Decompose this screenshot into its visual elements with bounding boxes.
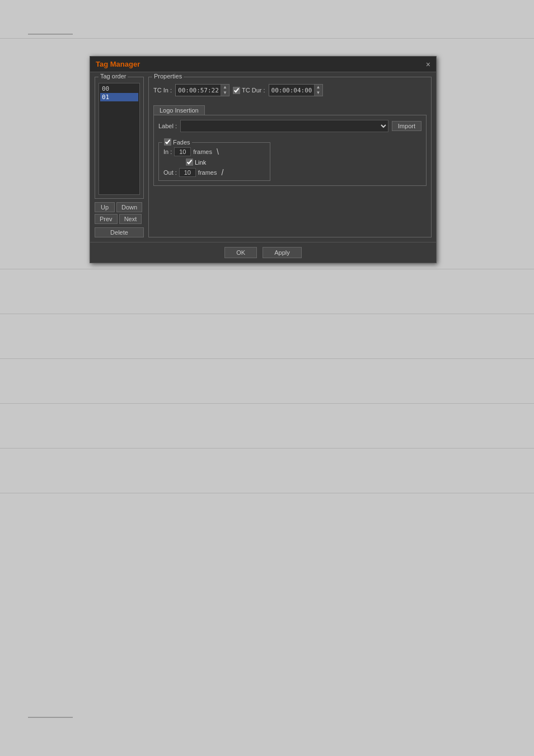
tc-in-down-btn[interactable]: ▼ bbox=[221, 90, 229, 96]
label-field-label: Label : bbox=[158, 123, 177, 129]
fades-in-backslash: \ bbox=[217, 147, 219, 156]
tc-dur-down-btn[interactable]: ▼ bbox=[315, 90, 322, 96]
tag-list: 00 01 bbox=[99, 83, 140, 195]
link-checkbox[interactable] bbox=[186, 158, 193, 166]
tc-dur-spinner: ▲ ▼ bbox=[314, 85, 322, 96]
tc-in-up-btn[interactable]: ▲ bbox=[221, 85, 229, 90]
delete-button[interactable]: Delete bbox=[95, 227, 144, 237]
fades-fieldset: Fades In : frames \ bbox=[158, 142, 270, 181]
label-dropdown[interactable] bbox=[180, 120, 388, 132]
close-button[interactable]: × bbox=[426, 60, 430, 68]
tc-in-input-group: ▲ ▼ bbox=[175, 84, 229, 96]
tc-dur-input-group: ▲ ▼ bbox=[269, 84, 323, 96]
fades-out-unit: frames bbox=[198, 169, 217, 176]
tag-order-legend: Tag order bbox=[99, 73, 128, 80]
list-item[interactable]: 01 bbox=[100, 93, 138, 101]
import-button[interactable]: Import bbox=[392, 121, 421, 131]
fades-in-label: In : bbox=[163, 148, 172, 155]
tab-content: Label : Import bbox=[153, 115, 427, 186]
tag-controls: Up Down Prev Next Delete bbox=[95, 202, 144, 237]
label-row: Label : Import bbox=[158, 120, 421, 132]
logo-insertion-area: Logo Insertion Label : Import bbox=[153, 101, 427, 186]
logo-insertion-tab[interactable]: Logo Insertion bbox=[153, 105, 205, 115]
properties-fieldset: Properties TC In : ▲ ▼ bbox=[148, 77, 432, 237]
fades-in-input[interactable] bbox=[174, 147, 191, 156]
tc-in-label: TC In : bbox=[153, 87, 172, 94]
tag-order-panel: Tag order 00 01 Up Down Prev Next Delete bbox=[95, 77, 144, 237]
fades-legend: Fades bbox=[162, 138, 192, 146]
link-label: Link bbox=[195, 159, 206, 166]
fades-out-label: Out : bbox=[163, 169, 177, 176]
ok-button[interactable]: OK bbox=[224, 247, 257, 258]
fades-area: Fades In : frames \ bbox=[158, 138, 421, 181]
tc-dur-up-btn[interactable]: ▲ bbox=[315, 85, 322, 90]
list-item[interactable]: 00 bbox=[100, 85, 138, 93]
tag-manager-dialog: Tag Manager × Tag order 00 01 Up Down Pr… bbox=[90, 56, 437, 263]
prev-button[interactable]: Prev bbox=[95, 214, 118, 224]
tc-dur-checkbox-label[interactable]: TC Dur : bbox=[233, 87, 265, 94]
tc-dur-checkbox[interactable] bbox=[233, 87, 240, 94]
link-row: Link bbox=[186, 158, 265, 166]
down-button[interactable]: Down bbox=[116, 202, 142, 212]
up-button[interactable]: Up bbox=[95, 202, 115, 212]
dialog-titlebar: Tag Manager × bbox=[90, 57, 436, 72]
tc-in-input[interactable] bbox=[176, 86, 221, 95]
dialog-footer: OK Apply bbox=[90, 242, 436, 263]
fades-checkbox[interactable] bbox=[164, 138, 171, 146]
properties-legend: Properties bbox=[152, 73, 184, 80]
fades-label: Fades bbox=[173, 139, 190, 146]
properties-panel: Properties TC In : ▲ ▼ bbox=[148, 77, 432, 237]
tc-dur-label: TC Dur : bbox=[242, 87, 265, 94]
dialog-body: Tag order 00 01 Up Down Prev Next Delete bbox=[90, 72, 436, 242]
next-button[interactable]: Next bbox=[119, 214, 142, 224]
fades-out-slash: / bbox=[221, 168, 223, 177]
dialog-title: Tag Manager bbox=[96, 60, 140, 68]
apply-button[interactable]: Apply bbox=[263, 247, 302, 258]
fades-out-input[interactable] bbox=[179, 168, 196, 177]
fades-in-row: In : frames \ bbox=[163, 147, 265, 156]
tc-row: TC In : ▲ ▼ TC Dur : bbox=[153, 84, 427, 96]
tc-in-spinner: ▲ ▼ bbox=[221, 85, 229, 96]
fades-in-unit: frames bbox=[193, 148, 212, 155]
tag-order-fieldset: Tag order 00 01 bbox=[95, 77, 144, 199]
tc-dur-input[interactable] bbox=[269, 86, 314, 95]
fades-out-row: Out : frames / bbox=[163, 168, 265, 177]
